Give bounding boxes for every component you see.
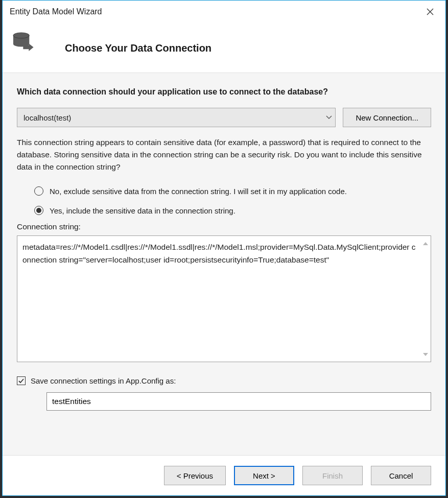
radio-exclude-label: No, exclude sensitive data from the conn… [50,187,347,196]
chevron-down-icon [323,108,335,127]
finish-button: Finish [302,466,363,485]
new-connection-button[interactable]: New Connection... [343,108,431,127]
window-title: Entity Data Model Wizard [10,7,421,16]
cancel-button[interactable]: Cancel [371,466,431,485]
radio-include-sensitive[interactable]: Yes, include the sensitive data in the c… [17,203,431,218]
close-icon [427,8,434,15]
radio-exclude-sensitive[interactable]: No, exclude sensitive data from the conn… [17,183,431,199]
entity-name-input[interactable] [46,392,431,411]
explanation-text: This connection string appears to contai… [17,136,431,173]
next-button[interactable]: Next > [234,466,294,485]
connection-string-value: metadata=res://*/Model1.csdl|res://*/Mod… [17,236,431,272]
titlebar: Entity Data Model Wizard [3,1,445,22]
connection-dropdown[interactable]: localhost(test) [17,108,336,127]
wizard-footer: < Previous Next > Finish Cancel [3,456,445,495]
close-button[interactable] [421,5,439,19]
radio-include-label: Yes, include the sensitive data in the c… [50,206,235,215]
wizard-dialog: Entity Data Model Wizard Choose Your Dat… [2,0,446,496]
save-settings-checkbox[interactable]: Save connection settings in App.Config a… [17,376,431,385]
checkbox-icon [17,376,26,385]
radio-icon [34,206,43,215]
wizard-header: Choose Your Data Connection [3,22,445,73]
question-label: Which data connection should your applic… [17,87,431,97]
connection-string-label: Connection string: [17,222,431,231]
database-icon [13,32,37,53]
page-title: Choose Your Data Connection [65,42,211,54]
radio-icon [34,186,43,196]
scroll-up-icon[interactable] [422,239,429,248]
connection-string-box: metadata=res://*/Model1.csdl|res://*/Mod… [17,235,431,362]
content-area: Which data connection should your applic… [3,73,445,456]
previous-button[interactable]: < Previous [164,466,226,485]
save-settings-label: Save connection settings in App.Config a… [31,376,176,385]
scroll-down-icon[interactable] [422,350,429,359]
connection-dropdown-value: localhost(test) [23,113,71,122]
